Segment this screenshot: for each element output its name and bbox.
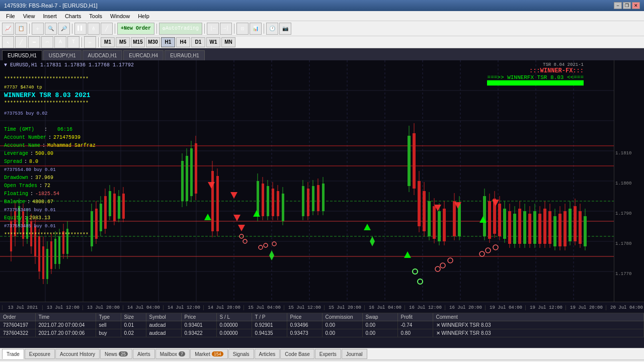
tab-journal[interactable]: Journal	[342, 349, 367, 359]
menu-charts[interactable]: Charts	[61, 11, 85, 21]
hline-btn[interactable]: ━	[28, 36, 40, 48]
chart-tab-audcad-h1[interactable]: AUDCAD,H1	[83, 50, 123, 60]
table-row[interactable]: 737604197 2021.07.20 07:00:04 sell 0.01 …	[0, 321, 644, 329]
spread-value: 8.0	[29, 158, 38, 166]
tf-d1[interactable]: D1	[191, 37, 205, 47]
sep8	[82, 37, 82, 47]
order-price-open-2: 0.93422	[181, 329, 216, 337]
svg-marker-183	[269, 250, 274, 260]
text-btn[interactable]: A	[54, 36, 66, 48]
tab-news[interactable]: News 25	[100, 349, 132, 359]
auto-trading-button[interactable]: ⚙ AutoTrading	[159, 23, 202, 35]
price-level-4: 1.1780	[615, 229, 644, 259]
leverage-label: Leverage	[4, 150, 28, 158]
ot-value: 72	[44, 182, 50, 190]
indicators-btn[interactable]: 📊	[250, 23, 262, 35]
table-row[interactable]: 737604322 2021.07.20 07:00:06 buy 0.02 a…	[0, 329, 644, 337]
trade-rows: 737604197 2021.07.20 07:00:04 sell 0.01 …	[0, 321, 644, 337]
new-order-button[interactable]: + New Order	[117, 23, 154, 35]
tf-mn[interactable]: MN	[221, 37, 235, 47]
titlebar: 1475939: FBS-Real-7 - [EURUSD,H1] − ❐ ✕	[0, 0, 644, 11]
statusbar: Help, press F1 Default 2021.07.14 06:00 …	[0, 360, 644, 362]
tf-w1[interactable]: W1	[206, 37, 220, 47]
svg-point-190	[418, 279, 423, 284]
menu-view[interactable]: View	[19, 11, 39, 21]
cursor-btn[interactable]: ↖	[2, 36, 14, 48]
order-time-2: 2021.07.20 07:00:06	[35, 329, 96, 337]
tab-mailbox[interactable]: Mailbox 7	[155, 349, 190, 359]
screenshot-btn[interactable]: 📷	[279, 23, 291, 35]
tab-market-badge: 154	[212, 351, 223, 356]
menu-file[interactable]: File	[2, 11, 19, 21]
tf-m30[interactable]: M30	[146, 37, 160, 47]
order-tp-1: 0.92901	[252, 321, 287, 329]
winner-fx-title: :::WINNER-FX:::	[487, 67, 584, 74]
order-tp-2: 0.94135	[252, 329, 287, 337]
ot-label: Open Trades	[4, 182, 37, 190]
order-type-1: sell	[96, 321, 121, 329]
zoom-fit-btn[interactable]: ⊡	[236, 23, 249, 35]
indicator2-btn[interactable]: ⌒	[41, 36, 53, 48]
tf-m1[interactable]: M1	[101, 37, 115, 47]
chart-tab-usdjpy-h1[interactable]: USDJPY,H1	[43, 50, 82, 60]
chart-tab-eurusd-h1[interactable]: EURUSD,H1	[2, 50, 42, 60]
svg-point-191	[435, 266, 440, 272]
attach-template-button[interactable]: 📋	[15, 23, 27, 35]
svg-marker-177	[233, 215, 240, 221]
bar-chart-button[interactable]: ▌▌	[74, 23, 87, 35]
tab-trade[interactable]: Trade	[2, 349, 24, 359]
eq-label: Equity	[4, 214, 22, 222]
date-19jul-20: 19 Jul 20:00	[566, 305, 606, 310]
minimize-button[interactable]: −	[614, 2, 622, 9]
line-chart-button[interactable]: ╱	[101, 23, 113, 35]
menu-help[interactable]: Help	[134, 11, 153, 21]
th-price-cur: Price	[287, 313, 322, 321]
period-sep-btn[interactable]: |←	[207, 23, 219, 35]
tab-codebase[interactable]: Code Base	[280, 349, 314, 359]
label-btn[interactable]: T	[67, 36, 79, 48]
menu-window[interactable]: Window	[106, 11, 134, 21]
time-sep: :	[44, 126, 47, 134]
tsr-label-chart: TSR 8.04 2021-1	[487, 62, 584, 67]
date-13jul-20: 13 Jul 20:00	[83, 305, 123, 310]
zoom-in-button[interactable]: 🔍	[45, 23, 57, 35]
restore-button[interactable]: ❐	[623, 2, 631, 9]
tf-m15[interactable]: M15	[131, 37, 145, 47]
winner-fx-sub: ===>> WINNERFX TSR 8.03 <<===	[487, 74, 584, 80]
draw-btn[interactable]: ✏	[84, 36, 96, 48]
date-15jul-04: 15 Jul 04:00	[244, 305, 284, 310]
order-id-1: 737604197	[0, 321, 35, 329]
scroll-right-btn[interactable]: →|	[220, 23, 232, 35]
line-btn[interactable]: ╱	[15, 36, 27, 48]
tab-alerts[interactable]: Alerts	[133, 349, 155, 359]
menu-insert[interactable]: Insert	[39, 11, 61, 21]
price-level-3: 1.1790	[615, 199, 644, 229]
order-profit-1: -0.74	[397, 321, 433, 329]
zoom-out-button[interactable]: 🔎	[58, 23, 70, 35]
tab-experts[interactable]: Experts	[315, 349, 341, 359]
tab-account-history[interactable]: Account History	[55, 349, 100, 359]
tab-market[interactable]: Market 154	[190, 349, 228, 359]
close-button[interactable]: ✕	[632, 2, 640, 9]
chart-tab-eurcad-h4[interactable]: EURCAD,H4	[123, 50, 164, 60]
tf-m5[interactable]: M5	[116, 37, 130, 47]
th-profit: Profit	[397, 313, 433, 321]
tf-h4[interactable]: H4	[176, 37, 190, 47]
tab-articles[interactable]: Articles	[255, 349, 280, 359]
tab-signals[interactable]: Signals	[228, 349, 254, 359]
clock-btn[interactable]: 🕐	[266, 23, 278, 35]
chart-container: ▼ EURUSD,H1 1.17831 1.17836 1.17768 1.17…	[0, 60, 644, 302]
order-commission-1: 0.00	[322, 321, 362, 329]
date-19jul-12: 19 Jul 12:00	[525, 305, 566, 310]
svg-point-185	[264, 243, 268, 247]
tab-exposure[interactable]: Exposure	[25, 349, 55, 359]
chart-area[interactable]: ▼ EURUSD,H1 1.17831 1.17836 1.17768 1.17…	[0, 60, 614, 302]
winner-box: TSR 8.04 2021-1 :::WINNER-FX::: ===>> WI…	[487, 62, 584, 86]
tf-h1[interactable]: H1	[161, 37, 175, 47]
new-chart-button[interactable]: 📈	[2, 23, 14, 35]
chart-tab-euraud-h1[interactable]: EURAUD,H1	[165, 50, 205, 60]
menu-tools[interactable]: Tools	[85, 11, 106, 21]
candle-button[interactable]: 🕯	[88, 23, 100, 35]
price-level-2: 1.1800	[615, 168, 644, 199]
crosshair-button[interactable]: ✛	[32, 23, 44, 35]
